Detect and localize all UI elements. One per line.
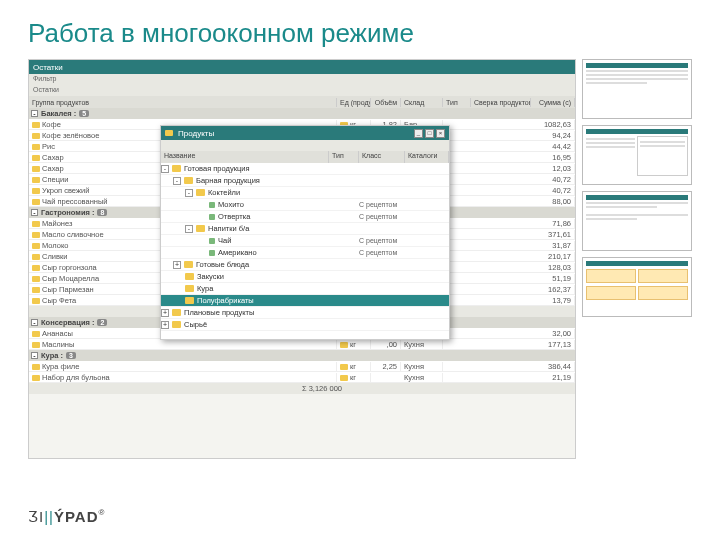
tree-col-type[interactable]: Тип xyxy=(329,151,359,163)
group-row[interactable]: -Кура :3 xyxy=(29,350,575,361)
thumbnail-strip xyxy=(582,59,692,459)
item-icon xyxy=(209,214,215,220)
thumbnail-3[interactable] xyxy=(582,191,692,251)
tree-row[interactable]: +Плановые продукты xyxy=(161,307,449,319)
item-icon xyxy=(209,202,215,208)
col-volume[interactable]: Объём xyxy=(371,98,401,107)
folder-icon xyxy=(172,321,181,328)
window-title-front: Продукты xyxy=(178,129,214,138)
tree-row[interactable]: -Коктейли xyxy=(161,187,449,199)
tree-toggle-icon[interactable]: - xyxy=(173,177,181,185)
tree-row[interactable]: Полуфабрикаты xyxy=(161,295,449,307)
folder-icon xyxy=(172,165,181,172)
tree-row[interactable]: -Барная продукция xyxy=(161,175,449,187)
tree-toggle-icon[interactable]: - xyxy=(185,189,193,197)
item-icon xyxy=(32,364,40,370)
maximize-button[interactable]: □ xyxy=(425,129,434,138)
collapse-icon[interactable]: - xyxy=(31,352,38,359)
item-icon xyxy=(32,276,40,282)
col-sum[interactable]: Сумма (с) xyxy=(531,98,575,107)
item-icon xyxy=(340,375,348,381)
col-date[interactable]: Сверка продуктов xyxy=(471,98,531,107)
tree-toggle-icon[interactable]: - xyxy=(185,225,193,233)
item-icon xyxy=(32,155,40,161)
tree-header: Название Тип Класс Каталоги xyxy=(161,151,449,163)
thumbnail-4[interactable] xyxy=(582,257,692,317)
table-row[interactable]: Набор для бульонакгКухня21,19 xyxy=(29,372,575,383)
item-icon xyxy=(32,254,40,260)
item-icon xyxy=(32,133,40,139)
item-icon xyxy=(32,375,40,381)
minimize-button[interactable]: _ xyxy=(414,129,423,138)
item-icon xyxy=(32,298,40,304)
tree-row[interactable]: ЧайС рецептом xyxy=(161,235,449,247)
item-icon xyxy=(209,238,215,244)
tree-toggle-icon[interactable]: + xyxy=(161,321,169,329)
folder-icon xyxy=(165,130,173,136)
item-icon xyxy=(32,177,40,183)
products-window[interactable]: Продукты _ □ × Название Тип Класс Катало… xyxy=(160,125,450,340)
filter-bar[interactable]: Фильтр xyxy=(29,74,575,85)
item-icon xyxy=(32,199,40,205)
item-icon xyxy=(340,364,348,370)
item-icon xyxy=(32,265,40,271)
close-button[interactable]: × xyxy=(436,129,445,138)
content-area: Остатки Фильтр Остатки Группа продуктов … xyxy=(28,59,692,459)
table-row[interactable]: Кура филекг2,25Кухня386,44 xyxy=(29,361,575,372)
products-toolbar[interactable] xyxy=(161,140,449,151)
tree-row[interactable]: АмериканоС рецептом xyxy=(161,247,449,259)
thumbnail-2[interactable] xyxy=(582,125,692,185)
logo: ƷI||ÝPAD® xyxy=(28,508,105,526)
toolbar-spacer: Остатки xyxy=(29,85,575,96)
tree-row[interactable]: Кура xyxy=(161,283,449,295)
folder-icon xyxy=(185,297,194,304)
tree-col-name[interactable]: Название xyxy=(161,151,329,163)
item-icon xyxy=(32,331,40,337)
tree-toggle-icon[interactable]: + xyxy=(161,309,169,317)
item-icon xyxy=(32,122,40,128)
window-title-back: Остатки xyxy=(33,63,63,72)
table-row[interactable]: Маслиныкг,00Кухня177,13 xyxy=(29,339,575,350)
window-titlebar-front[interactable]: Продукты _ □ × xyxy=(161,126,449,140)
item-icon xyxy=(32,188,40,194)
item-icon xyxy=(32,287,40,293)
folder-icon xyxy=(185,273,194,280)
col-group[interactable]: Группа продуктов xyxy=(29,98,337,107)
tree-row[interactable]: +Готовые блюда xyxy=(161,259,449,271)
folder-icon xyxy=(196,225,205,232)
group-total-row: Σ 3,126 000 xyxy=(29,383,575,394)
col-type[interactable]: Тип xyxy=(443,98,471,107)
tree-row[interactable]: +Сырьё xyxy=(161,319,449,331)
col-sklad[interactable]: Склад xyxy=(401,98,443,107)
slide-title: Работа в многооконном режиме xyxy=(28,18,692,49)
group-row[interactable]: -Бакалея :5 xyxy=(29,108,575,119)
collapse-icon[interactable]: - xyxy=(31,110,38,117)
products-tree[interactable]: -Готовая продукция-Барная продукция-Кокт… xyxy=(161,163,449,339)
item-icon xyxy=(32,221,40,227)
item-icon xyxy=(209,250,215,256)
tree-row[interactable]: МохитоС рецептом xyxy=(161,199,449,211)
folder-icon xyxy=(196,189,205,196)
tree-col-catalog[interactable]: Каталоги xyxy=(405,151,449,163)
item-icon xyxy=(32,232,40,238)
item-icon xyxy=(32,144,40,150)
grid-header: Группа продуктов Ед (продукт) Объём Скла… xyxy=(29,96,575,108)
main-screenshot-area: Остатки Фильтр Остатки Группа продуктов … xyxy=(28,59,576,459)
col-unit[interactable]: Ед (продукт) xyxy=(337,98,371,107)
window-titlebar-back[interactable]: Остатки xyxy=(29,60,575,74)
tree-row[interactable]: -Напитки б/а xyxy=(161,223,449,235)
tree-row[interactable]: -Готовая продукция xyxy=(161,163,449,175)
tree-toggle-icon[interactable]: + xyxy=(173,261,181,269)
tree-row[interactable]: ОтверткаС рецептом xyxy=(161,211,449,223)
tree-toggle-icon[interactable]: - xyxy=(161,165,169,173)
collapse-icon[interactable]: - xyxy=(31,319,38,326)
tree-col-class[interactable]: Класс xyxy=(359,151,405,163)
item-icon xyxy=(340,342,348,348)
collapse-icon[interactable]: - xyxy=(31,209,38,216)
thumbnail-1[interactable] xyxy=(582,59,692,119)
tree-row[interactable]: Закуски xyxy=(161,271,449,283)
folder-icon xyxy=(184,261,193,268)
folder-icon xyxy=(185,285,194,292)
item-icon xyxy=(32,166,40,172)
folder-icon xyxy=(184,177,193,184)
